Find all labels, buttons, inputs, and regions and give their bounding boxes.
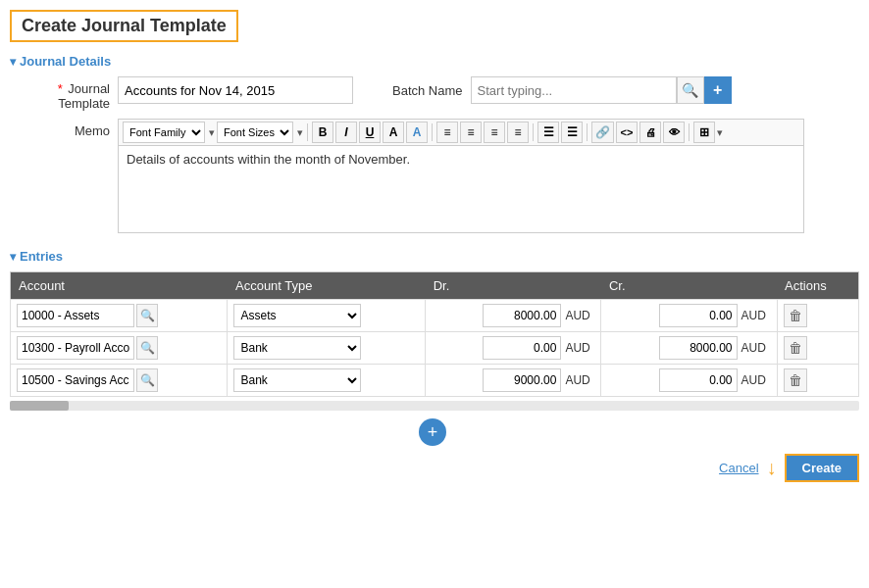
- col-dr: Dr.: [426, 272, 601, 300]
- footer-buttons: Cancel ↓ Create: [719, 454, 859, 482]
- cr-currency-1: AUD: [741, 341, 771, 355]
- required-star: *: [58, 81, 63, 96]
- cancel-button[interactable]: Cancel: [719, 461, 758, 475]
- col-account-type: Account Type: [228, 272, 426, 300]
- actype-cell-2: Bank Assets Bank Liability: [228, 365, 426, 397]
- dr-input-0[interactable]: [483, 304, 561, 327]
- batch-add-button[interactable]: +: [704, 76, 732, 104]
- batch-search-button[interactable]: 🔍: [677, 76, 704, 104]
- account-cell-1: 🔍: [11, 332, 228, 365]
- align-center-button[interactable]: ≡: [460, 122, 482, 143]
- table-row: 🔍 Bank Assets Bank Liability AUD: [11, 332, 859, 365]
- actions-cell-2: 🗑: [777, 365, 858, 397]
- actype-select-0[interactable]: Assets Assets Bank Liability: [233, 304, 361, 327]
- list-bullet-button[interactable]: ☰: [537, 122, 559, 143]
- memo-row: Memo Font Family ▾ Font Sizes ▾ B I U A …: [10, 119, 859, 233]
- align-left-button[interactable]: ≡: [436, 122, 458, 143]
- dr-currency-1: AUD: [565, 341, 594, 355]
- cr-input-1[interactable]: [659, 336, 738, 360]
- scroll-thumb: [10, 401, 69, 411]
- link-button[interactable]: 🔗: [591, 122, 614, 143]
- dr-input-2[interactable]: [483, 368, 561, 392]
- cr-input-2[interactable]: [659, 368, 738, 392]
- delete-row-btn-0[interactable]: 🗑: [784, 304, 807, 327]
- batch-name-group: Batch Name 🔍 +: [392, 76, 732, 104]
- cr-currency-0: AUD: [741, 309, 771, 322]
- table-row: 🔍 Bank Assets Bank Liability AUD: [11, 365, 859, 397]
- memo-label: Memo: [10, 119, 118, 138]
- create-button[interactable]: Create: [785, 454, 859, 482]
- entries-table: Account Account Type Dr. Cr. Actions 🔍 A…: [10, 271, 859, 397]
- table-row: 🔍 Assets Assets Bank Liability AUD: [11, 300, 859, 332]
- delete-row-btn-1[interactable]: 🗑: [784, 336, 807, 360]
- account-search-btn-1[interactable]: 🔍: [136, 336, 158, 360]
- page-title: Create Journal Template: [10, 10, 238, 42]
- account-cell-0: 🔍: [11, 300, 228, 332]
- account-cell-2: 🔍: [11, 365, 228, 397]
- arrow-icon: ↓: [767, 457, 777, 479]
- account-input-1[interactable]: [17, 336, 134, 360]
- journal-template-input[interactable]: [118, 76, 353, 104]
- toolbar-sep-5: [689, 123, 690, 141]
- entries-header[interactable]: Entries: [10, 249, 859, 264]
- batch-name-label: Batch Name: [392, 83, 463, 98]
- cr-cell-2: AUD: [601, 365, 777, 397]
- account-input-2[interactable]: [17, 368, 134, 392]
- cr-input-0[interactable]: [659, 304, 738, 327]
- dr-currency-2: AUD: [565, 373, 594, 387]
- dr-cell-2: AUD: [426, 365, 601, 397]
- italic-button[interactable]: I: [335, 122, 357, 143]
- col-actions: Actions: [777, 272, 858, 300]
- actype-select-2[interactable]: Bank Assets Bank Liability: [233, 368, 361, 392]
- dr-cell-0: AUD: [426, 300, 601, 332]
- journal-details-label: Journal Details: [20, 54, 111, 69]
- journal-details-header[interactable]: Journal Details: [10, 54, 859, 69]
- cr-cell-0: AUD: [601, 300, 777, 332]
- account-input-0[interactable]: [17, 304, 134, 327]
- dr-currency-0: AUD: [565, 309, 594, 322]
- delete-row-btn-2[interactable]: 🗑: [784, 368, 807, 392]
- font-family-select[interactable]: Font Family: [123, 122, 205, 143]
- toolbar-sep-1: [307, 123, 308, 141]
- font-size-arrow: ▾: [297, 126, 303, 139]
- font-family-arrow: ▾: [209, 126, 215, 139]
- dr-input-1[interactable]: [483, 336, 561, 360]
- highlight-button[interactable]: A: [406, 122, 428, 143]
- toolbar-sep-3: [533, 123, 534, 141]
- memo-editor[interactable]: Details of accounts within the month of …: [118, 145, 804, 233]
- memo-toolbar: Font Family ▾ Font Sizes ▾ B I U A A ≡ ≡…: [118, 119, 804, 145]
- memo-area: Font Family ▾ Font Sizes ▾ B I U A A ≡ ≡…: [118, 119, 804, 233]
- account-search-btn-2[interactable]: 🔍: [136, 368, 158, 392]
- font-size-select[interactable]: Font Sizes: [217, 122, 293, 143]
- table-arrow: ▾: [717, 126, 723, 139]
- actions-cell-0: 🗑: [777, 300, 858, 332]
- col-account: Account: [11, 272, 228, 300]
- actype-select-1[interactable]: Bank Assets Bank Liability: [233, 336, 361, 360]
- add-row-button[interactable]: +: [419, 418, 446, 446]
- entries-section: Entries Account Account Type Dr. Cr. Act…: [10, 249, 859, 411]
- underline-button[interactable]: U: [359, 122, 381, 143]
- entries-label: Entries: [20, 249, 63, 264]
- actype-cell-0: Assets Assets Bank Liability: [228, 300, 426, 332]
- journal-template-row: * Journal Template Batch Name 🔍 +: [10, 76, 859, 111]
- horizontal-scrollbar[interactable]: [10, 401, 859, 411]
- col-cr: Cr.: [601, 272, 777, 300]
- cr-cell-1: AUD: [601, 332, 777, 365]
- journal-template-label: * Journal Template: [10, 76, 118, 111]
- preview-button[interactable]: 👁: [663, 122, 685, 143]
- align-right-button[interactable]: ≡: [484, 122, 505, 143]
- code-button[interactable]: <>: [616, 122, 638, 143]
- batch-name-input[interactable]: [471, 76, 677, 104]
- actions-cell-1: 🗑: [777, 332, 858, 365]
- dr-cell-1: AUD: [426, 332, 601, 365]
- justify-button[interactable]: ≡: [507, 122, 529, 143]
- bold-button[interactable]: B: [312, 122, 333, 143]
- account-search-btn-0[interactable]: 🔍: [136, 304, 158, 327]
- text-color-button[interactable]: A: [383, 122, 404, 143]
- list-num-button[interactable]: ☰: [561, 122, 583, 143]
- toolbar-sep-2: [432, 123, 433, 141]
- print-button[interactable]: 🖨: [639, 122, 661, 143]
- table-button[interactable]: ⊞: [693, 122, 715, 143]
- toolbar-sep-4: [587, 123, 588, 141]
- add-row-area: +: [10, 418, 859, 446]
